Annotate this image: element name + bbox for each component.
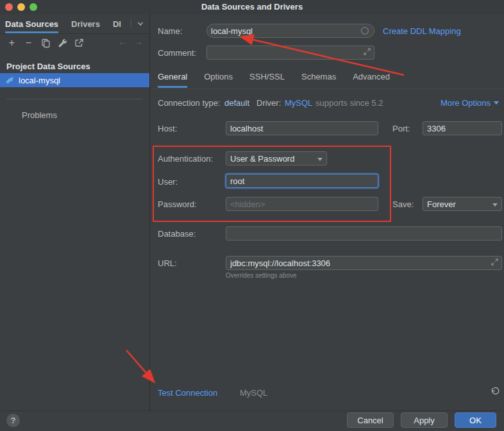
url-note: Overrides settings above [226,272,297,279]
tab-ssh-ssl[interactable]: SSH/SSL [249,72,285,88]
cancel-button[interactable]: Cancel [347,412,394,428]
save-value: Forever [427,199,456,209]
user-input[interactable] [226,174,378,188]
tab-options[interactable]: Options [204,72,233,88]
sidebar-item-local-mysql[interactable]: local-mysql [0,73,149,87]
driver-value-link[interactable]: MySQL [285,98,312,108]
save-label: Save: [392,199,414,210]
driver-name-text: MySQL [240,388,267,398]
host-input[interactable] [226,121,378,135]
chevron-down-icon[interactable] [136,19,145,28]
tab-general[interactable]: General [158,72,187,88]
help-button[interactable]: ? [6,414,20,427]
export-icon[interactable] [73,38,84,49]
driver-label: Driver: [256,98,281,108]
chevron-down-icon [317,158,323,161]
data-sources-dialog: Data Sources and Drivers Data Sources Dr… [0,0,504,431]
driver-note: supports since 5.2 [315,98,383,108]
more-options-label: More Options [441,98,491,108]
add-icon[interactable]: + [6,38,17,49]
user-label: User: [158,177,178,187]
password-input[interactable] [226,197,378,211]
back-icon[interactable]: ← [118,36,128,47]
tab-ddl-truncated[interactable]: DI [113,15,121,33]
comment-input[interactable] [206,46,374,60]
port-input[interactable] [423,121,502,135]
sidebar-tab-bar: Data Sources Drivers DI [0,14,149,34]
project-data-sources-heading: Project Data Sources [6,62,90,71]
copy-icon[interactable] [40,38,51,49]
settings-tab-bar: General Options SSH/SSL Schemas Advanced [158,72,390,88]
sidebar: Data Sources Drivers DI + − [0,14,150,410]
tab-bar-rule [151,89,504,89]
authentication-label: Authentication: [158,154,213,164]
undo-icon[interactable] [490,386,500,396]
url-label: URL: [158,258,177,269]
tab-advanced[interactable]: Advanced [353,72,390,88]
mysql-dolphin-icon [5,76,15,85]
authentication-value: User & Password [230,154,294,164]
name-input[interactable] [206,24,374,38]
wrench-icon[interactable] [56,38,67,49]
authentication-select[interactable]: User & Password [226,151,327,165]
comment-label: Comment: [158,48,196,58]
tab-drivers[interactable]: Drivers [71,15,100,33]
sidebar-item-problems[interactable]: Problems [22,110,57,120]
port-label: Port: [392,124,410,134]
chevron-down-icon [494,101,499,105]
save-select[interactable]: Forever [423,197,502,211]
forward-icon[interactable]: → [133,36,143,47]
apply-button[interactable]: Apply [401,412,448,428]
connection-type-value[interactable]: default [224,98,249,108]
window-title: Data Sources and Drivers [0,2,504,12]
remove-icon[interactable]: − [23,38,34,49]
tab-separator [131,19,131,29]
ok-button[interactable]: OK [455,412,496,428]
more-options-link[interactable]: More Options [441,98,499,108]
sidebar-item-label: local-mysql [19,76,60,85]
chevron-down-icon [492,203,498,207]
database-input[interactable] [226,226,502,241]
tab-data-sources[interactable]: Data Sources [5,15,58,33]
password-label: Password: [158,199,197,210]
database-label: Database: [158,229,196,239]
sidebar-divider [6,99,142,99]
title-bar: Data Sources and Drivers [0,0,504,14]
create-ddl-mapping-link[interactable]: Create DDL Mapping [383,26,461,36]
test-connection-link[interactable]: Test Connection [158,388,217,398]
url-input[interactable] [226,256,502,270]
host-label: Host: [158,124,177,134]
name-label: Name: [158,26,182,37]
tab-schemas[interactable]: Schemas [301,72,336,88]
connection-type-label: Connection type: [158,98,221,108]
